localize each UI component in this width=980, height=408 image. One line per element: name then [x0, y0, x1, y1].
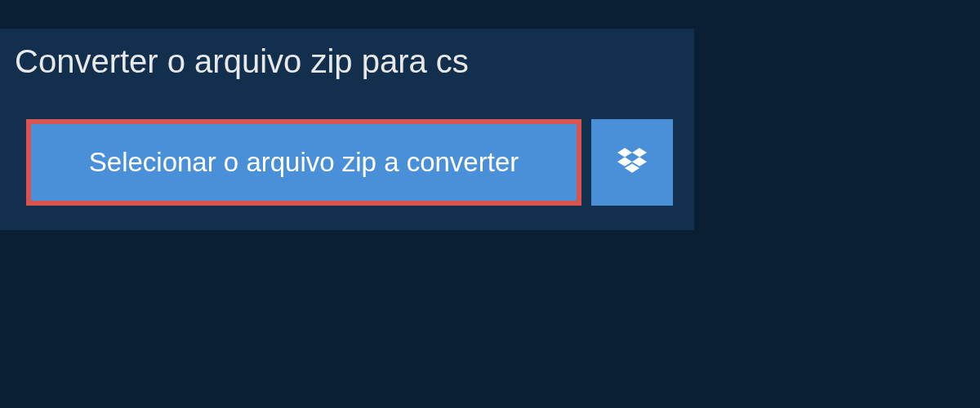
- action-row: Selecionar o arquivo zip a converter: [26, 119, 694, 206]
- converter-panel: Converter o arquivo zip para cs Selecion…: [0, 29, 694, 230]
- select-file-button[interactable]: Selecionar o arquivo zip a converter: [26, 119, 581, 206]
- page-title: Converter o arquivo zip para cs: [15, 43, 469, 80]
- dropbox-icon: [617, 146, 647, 179]
- title-container: Converter o arquivo zip para cs: [0, 29, 493, 96]
- select-file-label: Selecionar o arquivo zip a converter: [89, 147, 519, 178]
- dropbox-button[interactable]: [591, 119, 673, 206]
